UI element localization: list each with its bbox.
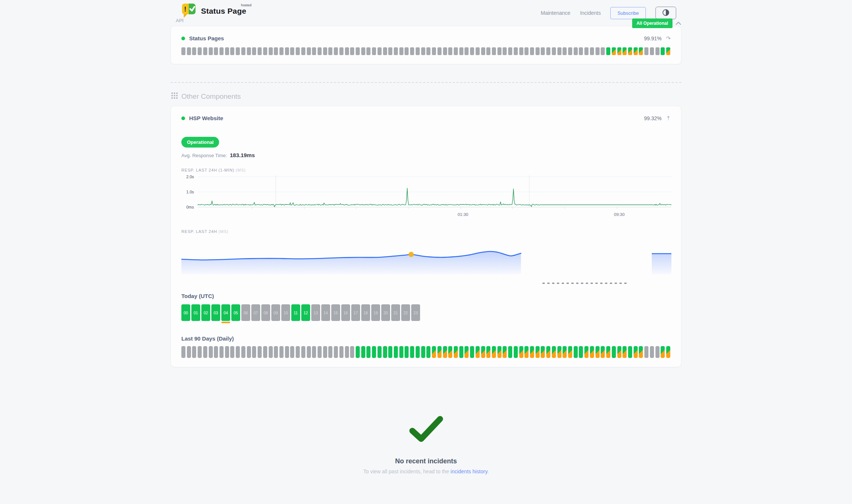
uptime-bar-nodata[interactable] (181, 346, 185, 358)
uptime-bar-nodata[interactable] (339, 47, 343, 55)
uptime-bar-degraded[interactable] (546, 346, 550, 358)
uptime-bar-nodata[interactable] (508, 47, 512, 55)
uptime-bar-degraded[interactable] (606, 346, 610, 358)
uptime-bar-nodata[interactable] (209, 47, 213, 55)
uptime-bar-nodata[interactable] (312, 47, 316, 55)
uptime-bar-operational[interactable] (606, 47, 610, 55)
uptime-bar-nodata[interactable] (274, 346, 278, 358)
response-minute-chart[interactable]: 2.0s1.0s0ms01:3009:30 (181, 175, 671, 218)
uptime-bar-nodata[interactable] (356, 47, 360, 55)
brand[interactable]: ! Status Page hosted (180, 2, 246, 20)
uptime-bar-degraded[interactable] (617, 346, 621, 358)
nav-link-maintenance[interactable]: Maintenance (541, 10, 570, 16)
uptime-bar-degraded[interactable] (530, 346, 534, 358)
uptime-bar-nodata[interactable] (318, 346, 322, 358)
hour-cell-21[interactable]: 21 (391, 304, 400, 321)
hour-cell-23[interactable]: 23 (411, 304, 420, 321)
uptime-bar-nodata[interactable] (383, 47, 387, 55)
uptime-bar-degraded[interactable] (557, 346, 561, 358)
uptime-bar-nodata[interactable] (339, 346, 343, 358)
uptime-bar-nodata[interactable] (530, 47, 534, 55)
uptime-bar-nodata[interactable] (192, 346, 196, 358)
uptime-bar-operational[interactable] (399, 346, 403, 358)
uptime-bar-degraded[interactable] (634, 346, 638, 358)
uptime-bar-degraded[interactable] (584, 346, 588, 358)
hour-cell-11[interactable]: 11 (291, 304, 300, 321)
uptime-bar-operational[interactable] (394, 346, 398, 358)
uptime-bar-nodata[interactable] (269, 346, 273, 358)
hour-cell-17[interactable]: 17 (351, 304, 360, 321)
hour-cell-04[interactable]: 04 (221, 304, 230, 321)
uptime-bar-nodata[interactable] (236, 346, 240, 358)
uptime-bar-operational[interactable] (356, 346, 360, 358)
uptime-bar-nodata[interactable] (350, 47, 354, 55)
uptime-bar-degraded[interactable] (524, 346, 529, 358)
uptime-bar-nodata[interactable] (203, 346, 207, 358)
uptime-bar-nodata[interactable] (214, 346, 218, 358)
uptime-bar-nodata[interactable] (492, 47, 496, 55)
component-name-row[interactable]: Status Pages (181, 35, 224, 41)
hour-cell-07[interactable]: 07 (251, 304, 260, 321)
uptime-bar-degraded[interactable] (536, 346, 540, 358)
uptime-bar-degraded[interactable] (492, 346, 496, 358)
theme-toggle-button[interactable] (655, 7, 676, 19)
uptime-bar-degraded[interactable] (476, 346, 480, 358)
uptime-bar-nodata[interactable] (214, 47, 218, 55)
uptime-bar-nodata[interactable] (350, 346, 354, 358)
uptime-bar-degraded[interactable] (486, 346, 490, 358)
uptime-bar-nodata[interactable] (541, 47, 545, 55)
uptime-bar-operational[interactable] (421, 346, 425, 358)
hour-cell-10[interactable]: 10 (281, 304, 290, 321)
uptime-bar-nodata[interactable] (443, 47, 447, 55)
uptime-bar-nodata[interactable] (546, 47, 550, 55)
uptime-bar-nodata[interactable] (590, 47, 594, 55)
uptime-bar-nodata[interactable] (563, 47, 567, 55)
uptime-bar-nodata[interactable] (552, 47, 556, 55)
uptime-bar-nodata[interactable] (464, 47, 469, 55)
uptime-bar-nodata[interactable] (410, 47, 414, 55)
uptime-bar-nodata[interactable] (334, 47, 338, 55)
uptime-bar-nodata[interactable] (454, 47, 458, 55)
uptime-bar-nodata[interactable] (584, 47, 588, 55)
uptime-bar-operational[interactable] (574, 346, 578, 358)
hour-cell-20[interactable]: 20 (381, 304, 390, 321)
component-name-row[interactable]: HSP Website (181, 115, 223, 121)
uptime-bar-nodata[interactable] (536, 47, 540, 55)
uptime-bar-nodata[interactable] (269, 47, 273, 55)
uptime-bar-operational[interactable] (383, 346, 387, 358)
uptime-strip-last90[interactable] (181, 346, 671, 358)
uptime-bar-degraded[interactable] (568, 346, 572, 358)
uptime-bar-nodata[interactable] (328, 47, 332, 55)
uptime-bar-degraded[interactable] (666, 47, 670, 55)
hour-cell-01[interactable]: 01 (191, 304, 200, 321)
hour-cell-13[interactable]: 13 (311, 304, 320, 321)
subscribe-button[interactable]: Subscribe (610, 7, 646, 19)
uptime-bar-operational[interactable] (405, 346, 409, 358)
uptime-bar-nodata[interactable] (312, 346, 316, 358)
uptime-bar-nodata[interactable] (399, 47, 403, 55)
uptime-bar-degraded[interactable] (661, 346, 665, 358)
uptime-bar-nodata[interactable] (596, 47, 600, 55)
uptime-bar-nodata[interactable] (219, 47, 224, 55)
uptime-bar-degraded[interactable] (596, 346, 600, 358)
uptime-bar-nodata[interactable] (644, 47, 648, 55)
uptime-bar-nodata[interactable] (405, 47, 409, 55)
uptime-bar-nodata[interactable] (345, 47, 349, 55)
uptime-bar-degraded[interactable] (639, 47, 643, 55)
uptime-bar-nodata[interactable] (437, 47, 442, 55)
uptime-bar-operational[interactable] (410, 346, 414, 358)
refresh-icon[interactable]: ↷ (666, 35, 671, 41)
uptime-bar-nodata[interactable] (263, 346, 267, 358)
uptime-bar-operational[interactable] (508, 346, 512, 358)
uptime-bar-nodata[interactable] (318, 47, 322, 55)
uptime-bar-operational[interactable] (426, 346, 430, 358)
uptime-bar-nodata[interactable] (394, 47, 398, 55)
uptime-bar-nodata[interactable] (459, 47, 463, 55)
uptime-bar-nodata[interactable] (225, 346, 229, 358)
uptime-bar-nodata[interactable] (388, 47, 392, 55)
uptime-bar-nodata[interactable] (192, 47, 196, 55)
uptime-bar-nodata[interactable] (307, 47, 311, 55)
uptime-bar-nodata[interactable] (290, 346, 294, 358)
uptime-bar-nodata[interactable] (557, 47, 561, 55)
uptime-bar-nodata[interactable] (279, 47, 284, 55)
